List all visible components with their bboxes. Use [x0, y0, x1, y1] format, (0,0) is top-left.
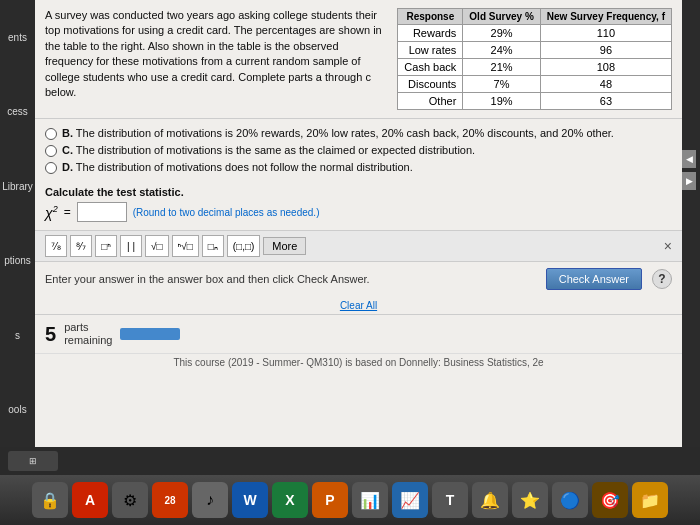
nav-arrow-right[interactable]: ▶	[682, 172, 696, 190]
radio-d[interactable]	[45, 162, 57, 174]
dock-item-powerpoint[interactable]: P	[312, 482, 348, 518]
cell-new-freq: 63	[540, 93, 671, 110]
answer-instruction: Enter your answer in the answer box and …	[45, 273, 536, 285]
col-response: Response	[398, 9, 463, 25]
math-btn-sub[interactable]: □ₙ	[202, 235, 224, 257]
dock-item-a[interactable]: A	[72, 482, 108, 518]
table-row: Low rates 24% 96	[398, 42, 672, 59]
table-row: Rewards 29% 110	[398, 25, 672, 42]
col-old-survey: Old Survey %	[463, 9, 540, 25]
dock-item-word[interactable]: W	[232, 482, 268, 518]
cell-response: Low rates	[398, 42, 463, 59]
calculate-section: Calculate the test statistic. χ2 = (Roun…	[35, 182, 682, 230]
choice-d-label: D. The distribution of motivations does …	[62, 161, 413, 173]
math-btn-pair[interactable]: (□,□)	[227, 235, 261, 257]
problem-section: A survey was conducted two years ago ask…	[35, 0, 682, 119]
sidebar-item-ents[interactable]: ents	[8, 32, 27, 43]
radio-c[interactable]	[45, 145, 57, 157]
course-info: This course (2019 - Summer- QM310) is ba…	[35, 353, 682, 371]
dock-item-star[interactable]: ⭐	[512, 482, 548, 518]
dock-item-bell[interactable]: 🔔	[472, 482, 508, 518]
choice-d[interactable]: D. The distribution of motivations does …	[45, 161, 672, 174]
cell-new-freq: 96	[540, 42, 671, 59]
cell-response: Cash back	[398, 59, 463, 76]
problem-text: A survey was conducted two years ago ask…	[45, 8, 389, 110]
dock-item-gear[interactable]: ⚙	[112, 482, 148, 518]
dock-item-music[interactable]: ♪	[192, 482, 228, 518]
dock-item-t[interactable]: T	[432, 482, 468, 518]
parts-section: 5 parts remaining	[35, 314, 682, 353]
dock-item-chart2[interactable]: 📈	[392, 482, 428, 518]
math-btn-frac[interactable]: ⁷⁄₈	[45, 235, 67, 257]
check-answer-button[interactable]: Check Answer	[546, 268, 642, 290]
clear-row: Clear All	[35, 296, 682, 314]
close-icon[interactable]: ×	[664, 238, 672, 254]
cell-old-pct: 21%	[463, 59, 540, 76]
choice-c[interactable]: C. The distribution of motivations is th…	[45, 144, 672, 157]
math-toolbar: ⁷⁄₈ ⁸⁄₇ □ⁿ | | √□ ⁿ√□ □ₙ (□,□) More ×	[35, 230, 682, 262]
cell-new-freq: 110	[540, 25, 671, 42]
cell-old-pct: 19%	[463, 93, 540, 110]
nav-arrow-left[interactable]: ◀	[682, 150, 696, 168]
math-btn-frac2[interactable]: ⁸⁄₇	[70, 235, 92, 257]
sidebar-item-library[interactable]: Library	[2, 181, 33, 192]
dock-item-target[interactable]: 🎯	[592, 482, 628, 518]
survey-table: Response Old Survey % New Survey Frequen…	[397, 8, 672, 110]
parts-number: 5	[45, 323, 56, 346]
radio-b[interactable]	[45, 128, 57, 140]
choices-section: B. The distribution of motivations is 20…	[35, 119, 682, 182]
choice-b-label: B. The distribution of motivations is 20…	[62, 127, 614, 139]
sidebar-item-cess[interactable]: cess	[7, 106, 28, 117]
cell-old-pct: 24%	[463, 42, 540, 59]
calculate-label: Calculate the test statistic.	[45, 186, 672, 198]
clear-all-link[interactable]: Clear All	[340, 300, 377, 311]
math-btn-exp[interactable]: □ⁿ	[95, 235, 117, 257]
math-btn-nthroot[interactable]: ⁿ√□	[172, 235, 199, 257]
choice-b[interactable]: B. The distribution of motivations is 20…	[45, 127, 672, 140]
cell-new-freq: 108	[540, 59, 671, 76]
help-icon[interactable]: ?	[652, 269, 672, 289]
sidebar-item-ptions[interactable]: ptions	[4, 255, 31, 266]
table-row: Other 19% 63	[398, 93, 672, 110]
answer-section: Enter your answer in the answer box and …	[35, 262, 682, 296]
table-row: Cash back 21% 108	[398, 59, 672, 76]
cell-new-freq: 48	[540, 76, 671, 93]
sidebar-item-s[interactable]: s	[15, 330, 20, 341]
taskbar-app-1[interactable]: ⊞	[8, 451, 58, 471]
math-btn-sqrt[interactable]: √□	[145, 235, 169, 257]
cell-old-pct: 7%	[463, 76, 540, 93]
equals-sign: =	[64, 205, 71, 219]
math-btn-more[interactable]: More	[263, 237, 306, 255]
dock-item-folder[interactable]: 📁	[632, 482, 668, 518]
cell-response: Discounts	[398, 76, 463, 93]
table-row: Discounts 7% 48	[398, 76, 672, 93]
dock-item-excel[interactable]: X	[272, 482, 308, 518]
math-btn-pipe[interactable]: | |	[120, 235, 142, 257]
col-new-survey: New Survey Frequency, f	[540, 9, 671, 25]
dock-item-circle[interactable]: 🔵	[552, 482, 588, 518]
chi-symbol: χ2	[45, 204, 58, 221]
dock-item-lock[interactable]: 🔒	[32, 482, 68, 518]
dock-item-chart1[interactable]: 📊	[352, 482, 388, 518]
cell-old-pct: 29%	[463, 25, 540, 42]
cell-response: Rewards	[398, 25, 463, 42]
parts-label: parts remaining	[64, 321, 112, 347]
round-note: (Round to two decimal places as needed.)	[133, 207, 320, 218]
sidebar-item-ools[interactable]: ools	[8, 404, 26, 415]
cell-response: Other	[398, 93, 463, 110]
choice-c-label: C. The distribution of motivations is th…	[62, 144, 475, 156]
chi-square-input[interactable]	[77, 202, 127, 222]
parts-progress-bar	[120, 328, 180, 340]
dock-item-calendar[interactable]: 28	[152, 482, 188, 518]
